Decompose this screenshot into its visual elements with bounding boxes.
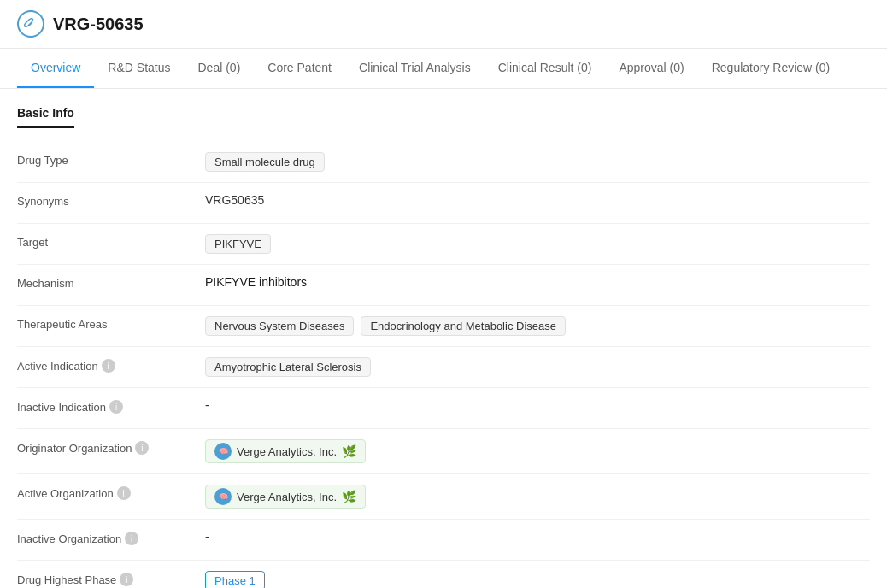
field-active-indication: Active Indication i Amyotrophic Lateral …	[17, 347, 870, 388]
field-active-org: Active Organization i 🧠 Verge Analytics,…	[17, 474, 870, 520]
originator-org-info-icon[interactable]: i	[135, 441, 149, 455]
tab-overview[interactable]: Overview	[17, 49, 94, 88]
active-org-tag[interactable]: 🧠 Verge Analytics, Inc. 🌿	[205, 485, 366, 509]
therapeutic-areas-label: Therapeutic Areas	[17, 318, 108, 331]
section-basic-info: Basic Info	[17, 106, 74, 128]
main-content: Basic Info Drug Type Small molecule drug…	[0, 89, 887, 588]
synonyms-value: VRG50635	[205, 193, 264, 207]
originator-org-tag[interactable]: 🧠 Verge Analytics, Inc. 🌿	[205, 439, 366, 463]
field-target: Target PIKFYVE	[17, 224, 870, 265]
drug-type-label: Drug Type	[17, 154, 68, 167]
field-therapeutic-areas: Therapeutic Areas Nervous System Disease…	[17, 306, 870, 347]
inactive-indication-value: -	[205, 398, 209, 412]
drug-highest-phase-label: Drug Highest Phase	[17, 573, 116, 586]
field-originator-org: Originator Organization i 🧠 Verge Analyt…	[17, 429, 870, 474]
mechanism-value: PIKFYVE inhibitors	[205, 275, 307, 289]
tab-clinical-result[interactable]: Clinical Result (0)	[485, 49, 606, 88]
tab-core-patent[interactable]: Core Patent	[254, 49, 345, 88]
active-indication-info-icon[interactable]: i	[102, 359, 115, 373]
field-inactive-org: Inactive Organization i -	[17, 520, 870, 561]
field-drug-type: Drug Type Small molecule drug	[17, 142, 870, 183]
inactive-org-label: Inactive Organization	[17, 532, 121, 545]
field-synonyms: Synonyms VRG50635	[17, 183, 870, 224]
active-org-info-icon[interactable]: i	[117, 486, 131, 500]
active-indication-label: Active Indication	[17, 360, 98, 373]
tab-deal[interactable]: Deal (0)	[185, 49, 255, 88]
inactive-org-value: -	[205, 530, 209, 544]
active-indication-value[interactable]: Amyotrophic Lateral Sclerosis	[205, 357, 371, 377]
drug-highest-phase-info-icon[interactable]: i	[120, 573, 133, 586]
synonyms-label: Synonyms	[17, 195, 69, 208]
mechanism-label: Mechanism	[17, 277, 73, 290]
originator-org-name: Verge Analytics, Inc.	[237, 445, 337, 458]
tab-regulatory-review[interactable]: Regulatory Review (0)	[698, 49, 844, 88]
originator-org-label: Originator Organization	[17, 442, 132, 455]
tab-rd-status[interactable]: R&D Status	[94, 49, 184, 88]
drug-icon	[17, 10, 44, 38]
target-value[interactable]: PIKFYVE	[205, 234, 271, 254]
active-org-name: Verge Analytics, Inc.	[237, 491, 337, 503]
originator-org-tree-icon: 🌿	[342, 444, 356, 458]
therapeutic-area-2[interactable]: Endocrinology and Metabolic Disease	[361, 316, 566, 336]
therapeutic-area-1[interactable]: Nervous System Diseases	[205, 316, 354, 336]
field-inactive-indication: Inactive Indication i -	[17, 388, 870, 429]
page-header: VRG-50635	[0, 0, 887, 49]
active-org-tree-icon: 🌿	[342, 490, 356, 503]
active-org-label: Active Organization	[17, 487, 114, 500]
tab-approval[interactable]: Approval (0)	[605, 49, 697, 88]
page-title: VRG-50635	[53, 15, 144, 34]
inactive-org-info-icon[interactable]: i	[125, 532, 138, 545]
originator-org-icon: 🧠	[214, 443, 232, 460]
target-label: Target	[17, 236, 48, 249]
field-mechanism: Mechanism PIKFYVE inhibitors	[17, 265, 870, 306]
drug-highest-phase-value[interactable]: Phase 1	[205, 571, 265, 588]
field-drug-highest-phase: Drug Highest Phase i Phase 1	[17, 561, 870, 588]
active-org-icon: 🧠	[214, 488, 232, 505]
tab-bar: Overview R&D Status Deal (0) Core Patent…	[0, 49, 887, 89]
inactive-indication-label: Inactive Indication	[17, 401, 106, 414]
tab-clinical-trial[interactable]: Clinical Trial Analysis	[345, 49, 485, 88]
inactive-indication-info-icon[interactable]: i	[109, 400, 123, 414]
drug-type-value: Small molecule drug	[205, 152, 325, 172]
